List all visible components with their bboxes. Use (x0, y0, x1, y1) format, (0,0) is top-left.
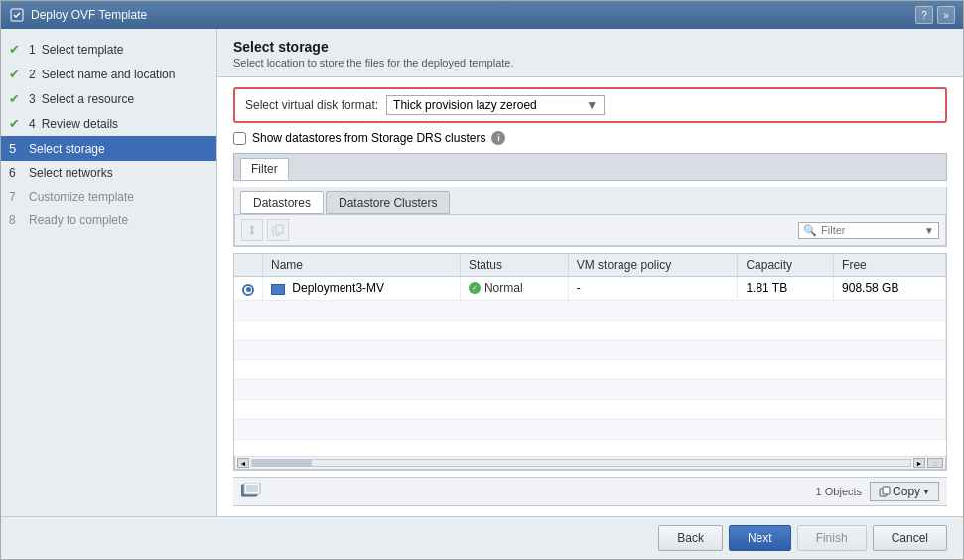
panel-header: Select storage Select location to store … (217, 29, 963, 77)
check-icon-2: ✔ (9, 67, 23, 81)
toolbar-move-icon (241, 219, 263, 241)
sidebar-item-6[interactable]: 6 Select networks (1, 161, 216, 185)
radio-button[interactable] (242, 284, 254, 296)
scroll-right-arrow[interactable]: ► (913, 458, 925, 468)
sidebar-item-3[interactable]: ✔ 3 Select a resource (1, 86, 216, 111)
col-status-header[interactable]: Status (460, 254, 568, 277)
info-icon[interactable]: i (491, 131, 505, 145)
sidebar-item-5[interactable]: 5 Select storage (1, 136, 216, 161)
sidebar: ✔ 1 Select template ✔ 2 Select name and … (1, 29, 217, 516)
sidebar-item-2[interactable]: ✔ 2 Select name and location (1, 62, 216, 86)
sidebar-step-num-7: 7 (9, 190, 23, 204)
row-status: Normal (460, 277, 568, 301)
table-row-empty-5 (234, 379, 946, 399)
filter-input-wrapper: 🔍 ▼ (798, 222, 939, 239)
search-icon: 🔍 (803, 224, 817, 237)
deploy-icon (9, 7, 25, 23)
table-row-empty-7 (234, 419, 946, 439)
status-dot (469, 282, 481, 294)
svg-marker-1 (249, 225, 255, 235)
sidebar-item-8: 8 Ready to complete (1, 209, 216, 232)
sidebar-step-num-3: 3 (29, 92, 36, 106)
toolbar-row: 🔍 ▼ (234, 215, 946, 246)
ds-tabs-toolbar: Datastores Datastore Clusters (233, 187, 947, 247)
disk-format-value: Thick provision lazy zeroed (393, 98, 537, 112)
status-icon (241, 483, 261, 501)
col-capacity-header[interactable]: Capacity (738, 254, 834, 277)
show-datastores-label: Show datastores from Storage DRS cluster… (252, 131, 485, 145)
show-datastores-row: Show datastores from Storage DRS cluster… (233, 129, 947, 147)
status-bar: 1 Objects Copy ▼ (233, 477, 947, 506)
filter-tab-bar: Filter (233, 153, 947, 181)
row-free: 908.58 GB (834, 277, 946, 301)
panel: Select storage Select location to store … (217, 29, 963, 516)
scroll-left-arrow[interactable]: ◄ (237, 458, 249, 468)
title-bar-right: ? » (915, 6, 955, 24)
col-policy-header[interactable]: VM storage policy (568, 254, 738, 277)
sidebar-item-4[interactable]: ✔ 4 Review details (1, 111, 216, 136)
sidebar-label-4: Review details (42, 117, 118, 131)
copy-button[interactable]: Copy ▼ (870, 482, 939, 501)
sidebar-step-num-8: 8 (9, 213, 23, 227)
data-table: Name Status VM storage policy Capacity F… (234, 254, 946, 440)
status-right: 1 Objects Copy ▼ (816, 482, 939, 501)
filter-dropdown-icon[interactable]: ▼ (924, 225, 934, 236)
col-free-header[interactable]: Free (834, 254, 946, 277)
chevron-down-icon: ▼ (586, 98, 598, 112)
sidebar-label-5: Select storage (29, 142, 105, 156)
dialog-title: Deploy OVF Template (31, 8, 147, 22)
disk-format-row: Select virtual disk format: Thick provis… (233, 87, 947, 123)
disk-format-label: Select virtual disk format: (245, 98, 378, 112)
sidebar-label-7: Customize template (29, 190, 134, 204)
toolbar-left (241, 219, 289, 241)
table-row-empty-4 (234, 359, 946, 379)
filter-tab[interactable]: Filter (240, 158, 289, 180)
sidebar-step-num-1: 1 (29, 43, 36, 57)
sidebar-label-6: Select networks (29, 166, 113, 180)
help-button[interactable]: ? (915, 6, 933, 24)
main-content: ✔ 1 Select template ✔ 2 Select name and … (1, 29, 963, 516)
expand-button[interactable]: » (937, 6, 955, 24)
row-name: Deployment3-MV (263, 277, 461, 301)
sidebar-label-8: Ready to complete (29, 213, 128, 227)
objects-count: 1 Objects (816, 486, 862, 497)
scroll-track[interactable] (251, 459, 911, 467)
svg-rect-6 (246, 485, 258, 492)
sidebar-step-num-2: 2 (29, 68, 36, 81)
table-row-empty-6 (234, 399, 946, 419)
sidebar-label-2: Select name and location (42, 68, 176, 81)
footer: Back Next Finish Cancel (1, 516, 963, 559)
row-policy: - (568, 277, 738, 301)
sidebar-item-1[interactable]: ✔ 1 Select template (1, 37, 216, 62)
next-button[interactable]: Next (729, 525, 791, 551)
row-capacity: 1.81 TB (738, 277, 834, 301)
svg-rect-3 (276, 225, 283, 233)
sidebar-step-num-6: 6 (9, 166, 23, 180)
finish-button: Finish (797, 525, 867, 551)
check-icon-1: ✔ (9, 42, 23, 57)
tab-datastores[interactable]: Datastores (240, 191, 324, 214)
sidebar-label-3: Select a resource (42, 92, 134, 106)
resize-handle[interactable]: :: (927, 458, 943, 468)
title-bar: Deploy OVF Template ? » (1, 1, 963, 29)
back-button[interactable]: Back (658, 525, 723, 551)
panel-body: Select virtual disk format: Thick provis… (217, 77, 963, 516)
col-name-header[interactable]: Name (263, 254, 461, 277)
check-icon-3: ✔ (9, 91, 23, 106)
status-normal: Normal (469, 281, 560, 295)
table-row[interactable]: Deployment3-MV Normal - (234, 277, 946, 301)
filter-input[interactable] (821, 224, 920, 236)
scroll-thumb (252, 460, 312, 466)
datastore-icon (271, 284, 285, 295)
table-scroll: Name Status VM storage policy Capacity F… (234, 254, 946, 456)
scroll-bar-area: ◄ ► :: (234, 456, 946, 470)
disk-format-select[interactable]: Thick provision lazy zeroed ▼ (386, 95, 605, 115)
filter-section: Filter (233, 153, 947, 181)
panel-subtitle: Select location to store the files for t… (233, 57, 947, 69)
row-selector[interactable] (234, 277, 263, 301)
show-datastores-checkbox[interactable] (233, 132, 246, 145)
cancel-button[interactable]: Cancel (873, 525, 947, 551)
sidebar-step-num-4: 4 (29, 117, 36, 131)
tab-datastore-clusters[interactable]: Datastore Clusters (326, 191, 450, 214)
check-icon-4: ✔ (9, 116, 23, 131)
